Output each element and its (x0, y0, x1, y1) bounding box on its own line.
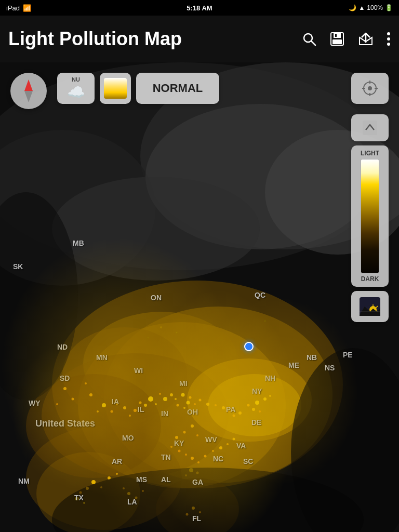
nav-bar: Light Pollution Map (0, 16, 399, 62)
map-container[interactable]: MBSKONQCNBPEMENSNHNDMNSDWIMINYWYIAILINOH… (0, 62, 399, 532)
svg-rect-3 (334, 33, 341, 38)
app-title: Light Pollution Map (8, 28, 182, 50)
share-button[interactable] (357, 31, 374, 47)
compass-south (24, 91, 33, 102)
right-panel: LIGHT DARK (351, 114, 389, 322)
svg-point-9 (387, 43, 390, 46)
signal-icon: ▲ (358, 4, 365, 11)
svg-point-112 (368, 86, 372, 90)
svg-rect-117 (363, 121, 377, 135)
more-button[interactable] (387, 32, 391, 46)
scale-dark-label: DARK (361, 275, 379, 283)
map-background (0, 62, 399, 532)
light-scale: LIGHT DARK (351, 145, 389, 287)
svg-point-7 (387, 32, 390, 35)
compass-arrow (24, 79, 33, 102)
locate-button[interactable] (351, 73, 389, 104)
zoom-up-button[interactable] (351, 114, 389, 141)
svg-point-8 (387, 37, 390, 41)
layer-thumbnail (104, 78, 127, 99)
status-right: 🌙 ▲ 100% 🔋 (349, 4, 393, 11)
wifi-icon: 📶 (23, 4, 31, 12)
scale-light-label: LIGHT (361, 150, 379, 157)
save-button[interactable] (329, 31, 345, 47)
battery-icon: 🔋 (385, 4, 393, 11)
top-controls: NU ☁️ NORMAL (57, 73, 219, 104)
normal-button[interactable]: NORMAL (136, 73, 219, 104)
status-time: 5:18 AM (187, 4, 212, 12)
compass-button[interactable] (10, 73, 47, 109)
moon-icon: 🌙 (349, 4, 356, 11)
weather-button[interactable]: NU ☁️ (57, 73, 95, 104)
cloud-icon: ☁️ (67, 84, 85, 101)
device-label: iPad (6, 4, 20, 12)
status-bar: iPad 📶 5:18 AM 🌙 ▲ 100% 🔋 (0, 0, 399, 16)
svg-rect-5 (335, 34, 337, 37)
normal-label: NORMAL (153, 82, 203, 95)
weather-nu-label: NU (72, 76, 80, 83)
layer-button[interactable] (100, 73, 131, 104)
battery-label: 100% (367, 4, 383, 11)
svg-line-1 (311, 41, 315, 45)
status-left: iPad 📶 (6, 4, 31, 12)
search-button[interactable] (301, 31, 317, 47)
landscape-button[interactable] (351, 291, 389, 322)
compass-north (24, 79, 33, 91)
svg-rect-4 (332, 39, 342, 44)
scale-gradient (361, 159, 379, 273)
user-location-dot (244, 342, 254, 351)
nav-icons (301, 31, 391, 47)
